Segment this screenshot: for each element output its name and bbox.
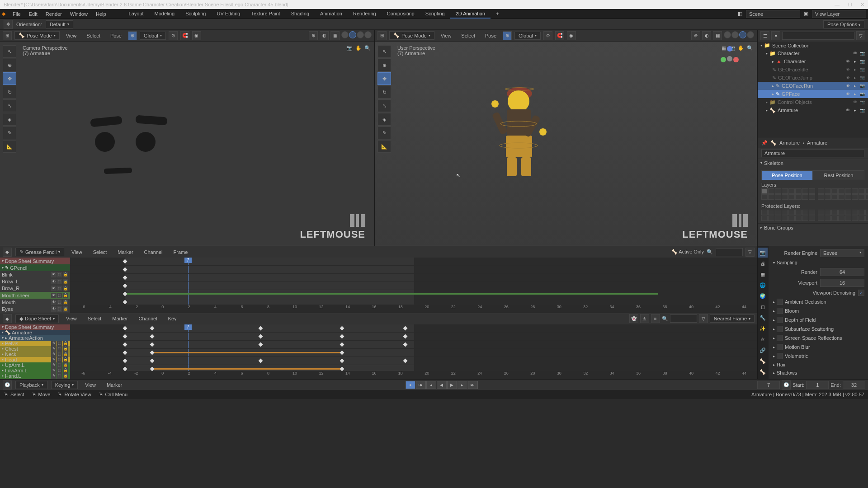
wireframe-shading-icon[interactable] — [341, 31, 349, 38]
transform-orientation-left[interactable]: Global ▾ — [140, 32, 166, 40]
auto-keyframe-icon[interactable]: ● — [406, 381, 415, 389]
outliner-item[interactable]: ▸🦴 Armature👁▸📷 — [758, 106, 868, 114]
ds-marker-menu[interactable]: Marker — [108, 315, 131, 322]
bone-tab-icon[interactable]: 🦴 — [758, 367, 768, 377]
skeleton-panel-header[interactable]: ▾Skeleton — [758, 159, 868, 167]
editor-type-icon-r[interactable]: ⊞ — [377, 31, 387, 40]
armature-name-input[interactable] — [761, 149, 864, 157]
zoom-view-icon[interactable]: 🔍 — [364, 45, 371, 51]
pose-options-dropdown[interactable]: Pose Options ▾ — [823, 20, 864, 28]
protected-layers-grid[interactable] — [761, 210, 815, 221]
tool-move-r[interactable]: ✥ — [377, 72, 391, 85]
gp-layer-row[interactable]: Eyes👁⬚🔒 — [0, 305, 70, 312]
vp-pose-menu[interactable]: Pose — [107, 32, 125, 39]
tab-scripting[interactable]: Scripting — [420, 9, 450, 19]
modifier-tab-icon[interactable]: 🔧 — [758, 313, 768, 323]
particle-tab-icon[interactable]: ✨ — [758, 324, 768, 333]
search-icon-ds[interactable]: 🔍 — [662, 316, 668, 322]
object-tab-icon[interactable]: ◻ — [758, 302, 768, 312]
sampling-header[interactable]: ▾Sampling — [770, 258, 866, 267]
vp-pose-menu-r[interactable]: Pose — [481, 32, 500, 39]
gp-frame-menu[interactable]: Frame — [170, 249, 192, 256]
gp-layer-row[interactable]: Brow_L👁⬚🔒 — [0, 278, 70, 285]
minimize-icon[interactable]: — — [835, 2, 840, 8]
shadows-panel[interactable]: ▸Shadows — [770, 369, 866, 377]
tool-scale-r[interactable]: ⤡ — [377, 99, 391, 112]
zoom-view-icon-r[interactable]: 🔍 — [747, 45, 753, 51]
navigation-gizmo[interactable] — [721, 46, 739, 64]
pin-icon[interactable]: 📌 — [761, 140, 768, 146]
ds-mode-dropdown[interactable]: ◆ Dope Sheet ▾ — [15, 314, 59, 323]
tool-measure[interactable]: 📐 — [3, 140, 16, 153]
close-icon[interactable]: ✕ — [860, 2, 864, 8]
armature-layers-grid-2[interactable] — [818, 188, 868, 200]
summary-icon[interactable]: ≡ — [651, 314, 660, 323]
tool-rotate[interactable]: ↻ — [3, 86, 16, 99]
tab-shading[interactable]: Shading — [286, 9, 315, 19]
sss-panel[interactable]: ▸Subsurface Scattering — [770, 324, 866, 333]
jump-end-icon[interactable]: ⏭ — [468, 381, 478, 389]
proportional-icon[interactable]: ◉ — [192, 31, 201, 40]
transform-orientation-right[interactable]: Global ▾ — [514, 32, 541, 40]
viewport-left[interactable]: 📷 ✋ 🔍 Camera Perspective (7) Armature ↖ … — [0, 42, 374, 246]
render-engine-dropdown[interactable]: Eevee ▾ — [820, 249, 864, 257]
pivot-icon-r[interactable]: ⊙ — [543, 31, 552, 40]
timeline-marker-menu[interactable]: Marker — [103, 381, 126, 389]
transform-orientation-icon-r[interactable]: ⊕ — [503, 31, 512, 40]
tab-rendering[interactable]: Rendering — [348, 9, 382, 19]
keying-dropdown[interactable]: Keying ▾ — [51, 381, 78, 389]
lookdev-shading-icon-r[interactable] — [739, 31, 746, 38]
play-reverse-icon[interactable]: ◀ — [437, 381, 447, 389]
viewport-samples-input[interactable]: 16 — [820, 279, 864, 287]
transform-orientation-icon[interactable]: ⊕ — [128, 31, 137, 40]
world-tab-icon[interactable]: 🌍 — [758, 291, 768, 301]
tool-cursor3d-r[interactable]: ⊕ — [377, 59, 391, 71]
gp-object-row[interactable]: ▾✎ GPencil — [0, 264, 70, 271]
gp-layer-row[interactable]: Blink👁⬚🔒 — [0, 271, 70, 278]
tool-move[interactable]: ✥ — [3, 72, 16, 85]
keyframe-next-icon[interactable]: ▸ — [458, 381, 467, 389]
ds-select-menu[interactable]: Select — [84, 315, 105, 322]
jump-start-icon[interactable]: ⏮ — [416, 381, 426, 389]
lookdev-shading-icon[interactable] — [357, 31, 364, 38]
tool-cursor[interactable]: ↖ — [3, 45, 16, 58]
active-only-toggle[interactable]: 🦴 Active Only — [671, 249, 704, 255]
proportional-icon-r[interactable]: ◉ — [567, 31, 576, 40]
ds-summary-row[interactable]: ▾Dope Sheet Summary — [0, 324, 70, 330]
output-tab-icon[interactable]: 🖨 — [758, 258, 768, 268]
outliner-search[interactable] — [782, 32, 854, 40]
tab-uv-editing[interactable]: UV Editing — [211, 9, 245, 19]
viewport-denoising-checkbox[interactable] — [858, 290, 864, 296]
bone-channel-row[interactable]: ▸Hand.L✎⬚🔒 — [0, 373, 70, 379]
tool-transform[interactable]: ◈ — [3, 113, 16, 126]
nearest-frame-dropdown[interactable]: Nearest Frame ▾ — [710, 314, 755, 323]
mode-dropdown-left[interactable]: 🦴 Pose Mode ▾ — [14, 31, 60, 40]
view-layer-input[interactable] — [812, 10, 866, 18]
gp-select-menu[interactable]: Select — [90, 249, 111, 256]
tool-annotate[interactable]: ✎ — [3, 127, 16, 139]
blender-logo-icon[interactable]: ◆ — [2, 11, 5, 17]
scene-tab-icon[interactable]: 🌐 — [758, 280, 768, 290]
filter-icon[interactable]: ▽ — [745, 248, 755, 257]
tool-rotate-r[interactable]: ↻ — [377, 86, 391, 99]
view-layer-icon[interactable]: ▣ — [804, 11, 808, 17]
gp-search-input[interactable] — [716, 248, 743, 256]
tab-modeling[interactable]: Modeling — [149, 9, 180, 19]
armature-keyframe-area[interactable]: 7 -6-4-202468101214161820222426283032343… — [70, 324, 757, 380]
bone-channel-row[interactable]: ▸Finger1.L✎⬚🔒 — [0, 379, 70, 380]
tool-measure-r[interactable]: 📐 — [377, 140, 391, 153]
scene-name-input[interactable] — [746, 10, 800, 18]
tab-layout[interactable]: Layout — [123, 9, 149, 19]
ds-key-menu[interactable]: Key — [165, 315, 180, 322]
gp-layer-row[interactable]: Brow_R👁⬚🔒 — [0, 285, 70, 292]
ds-action-row[interactable]: ▾▸ ArmatureAction — [0, 335, 70, 341]
bone-channel-row[interactable]: ▸LowArm.L✎⬚🔒 — [0, 368, 70, 373]
bone-channel-row[interactable]: ▸Neck✎⬚🔒 — [0, 352, 70, 357]
rendered-shading-icon-r[interactable] — [747, 31, 754, 38]
physics-tab-icon[interactable]: ⚛ — [758, 334, 768, 344]
editor-type-icon-gp[interactable]: ◆ — [3, 248, 12, 257]
menu-window[interactable]: Window — [66, 10, 91, 18]
outliner-display-icon[interactable]: ▾ — [771, 31, 780, 40]
tab-sculpting[interactable]: Sculpting — [180, 9, 211, 19]
gp-marker-menu[interactable]: Marker — [114, 249, 137, 256]
